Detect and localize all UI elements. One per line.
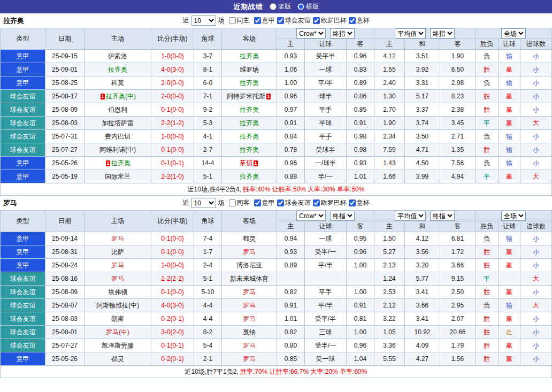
- league-checkbox[interactable]: [313, 199, 320, 206]
- away-team-name[interactable]: 拉齐奥: [240, 106, 259, 113]
- home-team-name[interactable]: 罗马: [111, 275, 124, 282]
- match-result: 平: [476, 272, 499, 286]
- away-team-name[interactable]: 新未来城体育: [230, 275, 269, 282]
- away-team-name[interactable]: 罗马: [243, 302, 256, 309]
- scope-select[interactable]: 全场: [501, 28, 526, 39]
- home-team-name[interactable]: 埃弗顿: [108, 288, 127, 296]
- league-filter[interactable]: 意甲: [254, 198, 275, 207]
- away-team-name[interactable]: 博洛尼亚: [236, 262, 262, 269]
- asian-away-odds: 0.86: [347, 90, 374, 103]
- euro-draw-odds: 3.41: [405, 286, 440, 299]
- away-team-name[interactable]: 阿特罗米托斯: [227, 93, 265, 100]
- away-team-name[interactable]: 都灵: [243, 235, 256, 242]
- away-team-name[interactable]: 罗马: [243, 355, 256, 363]
- league-checkbox[interactable]: [277, 199, 284, 206]
- asian-home-odds: 1.06: [277, 63, 305, 76]
- asian-home-odds: 0.96: [277, 90, 305, 103]
- away-team-name[interactable]: 拉齐奥: [240, 173, 259, 180]
- euro-odds-time-select[interactable]: 终指: [430, 28, 455, 39]
- league-filter[interactable]: 意杯: [349, 198, 370, 207]
- home-team-name[interactable]: 罗马: [111, 235, 124, 242]
- vertical-layout-radio[interactable]: [270, 3, 277, 10]
- home-team-name[interactable]: 拉齐奥: [111, 159, 131, 167]
- match-result: 负: [476, 50, 499, 63]
- match-date: 25-07-27: [45, 143, 85, 157]
- league-filter[interactable]: 球会友谊: [277, 198, 311, 207]
- home-team-name[interactable]: 萨索洛: [108, 52, 127, 60]
- corner-score: 2-4: [194, 259, 222, 272]
- layout-vertical-option[interactable]: 竖版: [270, 2, 291, 11]
- home-team-name[interactable]: 伯恩利: [108, 106, 127, 113]
- euro-draw-odds: 3.51: [405, 50, 440, 63]
- home-team-name[interactable]: 凯泽斯劳滕: [102, 342, 134, 349]
- league-filter[interactable]: 意杯: [349, 16, 370, 25]
- league-checkbox[interactable]: [313, 17, 320, 24]
- layout-horizontal-option[interactable]: 横版: [297, 2, 319, 11]
- asian-odds-company-select[interactable]: Crow*: [296, 28, 326, 39]
- home-team-name[interactable]: 拉齐奥(中): [106, 93, 136, 100]
- league-filter[interactable]: 欧罗巴杯: [313, 16, 347, 25]
- away-team-name[interactable]: 拉齐奥: [240, 146, 259, 153]
- home-team-name[interactable]: 加拉塔萨雷: [102, 119, 134, 127]
- away-team-name[interactable]: 罗马: [243, 248, 256, 256]
- euro-draw-odds: 3.66: [405, 299, 440, 312]
- away-team-name[interactable]: 拉齐奥: [240, 119, 259, 127]
- near-label: 近: [183, 16, 189, 25]
- home-team-name[interactable]: 费内巴切: [105, 133, 131, 140]
- scope-select[interactable]: 全场: [501, 211, 526, 221]
- away-team-name[interactable]: 莱切: [240, 159, 252, 167]
- home-team-name[interactable]: 拉齐奥: [108, 66, 127, 73]
- league-checkbox[interactable]: [254, 17, 261, 24]
- away-team-name[interactable]: 罗马: [243, 342, 256, 349]
- league-checkbox[interactable]: [277, 17, 284, 24]
- away-team: 维罗纳: [222, 63, 277, 76]
- away-team-name[interactable]: 拉齐奥: [240, 133, 259, 140]
- euro-odds-company-select[interactable]: 平均值: [395, 211, 426, 221]
- asian-odds-time-select[interactable]: 终指: [330, 211, 355, 221]
- home-team-name[interactable]: 朗斯: [111, 315, 124, 322]
- away-team-name[interactable]: 戛纳: [243, 328, 256, 336]
- horizontal-layout-radio[interactable]: [297, 3, 304, 10]
- away-team-name[interactable]: 罗马: [243, 288, 256, 296]
- league-filter[interactable]: 欧罗巴杯: [313, 198, 347, 207]
- goals-result: 小: [520, 130, 552, 143]
- home-team-name[interactable]: 罗马: [111, 262, 124, 269]
- home-team-name[interactable]: 罗马(中): [106, 328, 129, 336]
- euro-draw-odds: 3.31: [405, 76, 440, 90]
- home-team-name[interactable]: 国际米兰: [105, 173, 131, 180]
- euro-odds-time-select[interactable]: 终指: [430, 211, 455, 221]
- euro-odds-company-select[interactable]: 平均值: [395, 28, 426, 39]
- same-venue-filter[interactable]: 同客: [229, 198, 250, 207]
- away-team: 罗马: [222, 299, 277, 312]
- away-team-name[interactable]: 拉齐奥: [240, 52, 259, 60]
- away-team-name[interactable]: 罗马: [243, 315, 256, 322]
- handicap-result: 赢: [499, 90, 520, 103]
- home-team-name[interactable]: 都灵: [111, 355, 124, 363]
- league-checkbox[interactable]: [349, 17, 356, 24]
- match-count-select[interactable]: 10: [191, 198, 216, 208]
- corner-score: 9-2: [194, 103, 222, 117]
- same-venue-filter[interactable]: 同主: [229, 16, 250, 25]
- league-checkbox[interactable]: [254, 199, 261, 206]
- half-full-score: 0-1(0-0): [151, 286, 194, 299]
- away-team-name[interactable]: 维罗纳: [240, 66, 259, 73]
- asian-odds-time-select[interactable]: 终指: [330, 28, 355, 39]
- away-team-name[interactable]: 拉齐奥: [240, 79, 259, 87]
- asian-away-odds: 1.00: [347, 286, 374, 299]
- home-team-name[interactable]: 阿斯顿维拉(中): [96, 302, 139, 309]
- asian-odds-company-select[interactable]: Crow*: [296, 211, 326, 221]
- euro-home-odds: 1.55: [374, 63, 405, 76]
- home-team-name[interactable]: 科莫: [111, 79, 124, 87]
- euro-home-odds: 1.90: [374, 117, 405, 130]
- home-team-name[interactable]: 阿维利诺(中): [99, 146, 136, 153]
- same-venue-checkbox[interactable]: [229, 199, 236, 206]
- league-filter[interactable]: 意甲: [254, 16, 275, 25]
- match-row: 球会友谊25-07-27阿维利诺(中)0-1(0-0)2-7拉齐奥0.78受球半…: [1, 143, 552, 157]
- same-venue-label: 同客: [237, 198, 250, 207]
- league-filter[interactable]: 球会友谊: [277, 16, 311, 25]
- match-count-select[interactable]: 10: [191, 16, 216, 26]
- league-checkbox[interactable]: [349, 199, 356, 206]
- same-venue-checkbox[interactable]: [229, 17, 236, 24]
- euro-away-odds: 3.66: [440, 259, 476, 272]
- home-team-name[interactable]: 比萨: [111, 248, 124, 256]
